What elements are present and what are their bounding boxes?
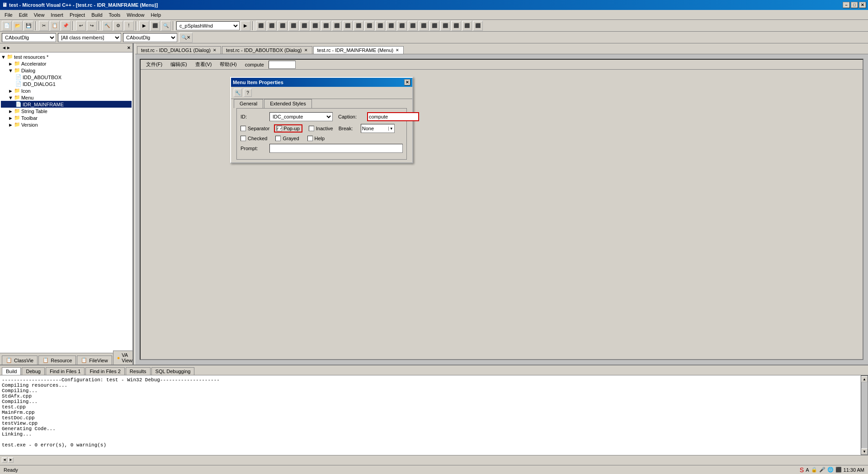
undo-btn[interactable]: ↩ — [76, 21, 86, 31]
panel-close-btn[interactable]: ✕ — [127, 46, 131, 50]
scroll-up-btn[interactable]: ▲ — [861, 376, 868, 382]
tb20[interactable]: ⬛ — [364, 21, 374, 31]
grayed-checkbox[interactable] — [275, 136, 281, 141]
tb23[interactable]: ⬛ — [397, 21, 407, 31]
tab-aboutbox[interactable]: test.rc - IDD_ABOUTBOX (Dialog) ✕ — [222, 46, 312, 54]
menu-tools[interactable]: Tools — [106, 11, 123, 19]
popup-label[interactable]: Pop-up — [283, 126, 299, 131]
output-scrollbar[interactable]: ▲ ▼ — [861, 375, 868, 455]
scroll-down-btn[interactable]: ▼ — [861, 448, 868, 455]
maximize-button[interactable]: □ — [851, 2, 858, 8]
cut-btn[interactable]: ✂ — [39, 21, 49, 31]
paste-btn[interactable]: 📌 — [61, 21, 71, 31]
tab-vaview[interactable]: ● VA View — [113, 351, 133, 365]
tb26[interactable]: ⬛ — [429, 21, 439, 31]
menu-edit[interactable]: Edit — [16, 11, 30, 19]
tree-accelerator[interactable]: ► 📁 Accelerator — [1, 60, 132, 67]
class-bar-btn[interactable]: 🔍✕ — [179, 33, 193, 43]
tab-close-0[interactable]: ✕ — [212, 48, 217, 52]
tree-idd-dialog1[interactable]: 📄 IDD_DIALOG1 — [1, 81, 132, 87]
tb9[interactable]: ▶ — [241, 21, 250, 31]
preview-menu-file[interactable]: 文件(F) — [142, 60, 166, 69]
inactive-checkbox[interactable] — [309, 126, 314, 131]
caption-input[interactable] — [367, 112, 419, 121]
tb30[interactable]: ⬛ — [473, 21, 483, 31]
tab-classview[interactable]: 📋 ClassVie — [2, 356, 38, 365]
tb4[interactable]: ⚙ — [113, 21, 123, 31]
tb10[interactable]: ⬛ — [256, 21, 266, 31]
output-next-btn[interactable]: ► — [8, 457, 14, 463]
output-tab-sql[interactable]: SQL Debugging — [151, 367, 195, 375]
tab-close-2[interactable]: ✕ — [395, 48, 400, 52]
new-btn[interactable]: 📄 — [2, 21, 12, 31]
popup-checkbox[interactable]: ✓ — [277, 126, 282, 131]
tb29[interactable]: ⬛ — [462, 21, 472, 31]
member-selector[interactable]: CAboutDlg — [123, 33, 177, 42]
tb17[interactable]: ⬛ — [332, 21, 342, 31]
menu-project[interactable]: Project — [67, 11, 88, 19]
inactive-label[interactable]: Inactive — [316, 126, 333, 131]
separator-checkbox[interactable] — [241, 126, 246, 131]
tab-fileview[interactable]: 📋 FileView — [77, 356, 112, 365]
dialog-tb-help[interactable]: ? — [244, 89, 252, 97]
output-tab-results[interactable]: Results — [126, 367, 151, 375]
class-combo[interactable]: c_pSplashWnd — [176, 21, 240, 30]
preview-menu-edit[interactable]: 编辑(E) — [167, 60, 191, 69]
output-tab-debug[interactable]: Debug — [22, 367, 44, 375]
tb18[interactable]: ⬛ — [343, 21, 353, 31]
output-tab-findfiles1[interactable]: Find in Files 1 — [46, 367, 85, 375]
separator-label[interactable]: Separator — [248, 126, 269, 131]
tb25[interactable]: ⬛ — [419, 21, 429, 31]
tab-dialog1[interactable]: test.rc - IDD_DIALOG1 (Dialog) ✕ — [137, 46, 221, 54]
id-combo[interactable]: IDC_compute — [269, 112, 333, 121]
tb14[interactable]: ⬛ — [299, 21, 309, 31]
tree-string-table[interactable]: ► 📁 String Table — [1, 108, 132, 114]
copy-btn[interactable]: 📋 — [50, 21, 60, 31]
dialog-close-button[interactable]: ✕ — [404, 79, 410, 85]
tb8[interactable]: 🔍 — [161, 21, 171, 31]
class-selector[interactable]: CAboutDlg — [2, 33, 56, 42]
prompt-input[interactable] — [269, 144, 403, 153]
tb5[interactable]: ! — [124, 21, 134, 31]
tb24[interactable]: ⬛ — [408, 21, 418, 31]
checked-checkbox[interactable] — [241, 136, 246, 141]
preview-menu-compute[interactable]: compute — [241, 61, 268, 68]
output-tab-findfiles2[interactable]: Find in Files 2 — [85, 367, 124, 375]
menu-insert[interactable]: Insert — [48, 11, 66, 19]
tb21[interactable]: ⬛ — [375, 21, 385, 31]
menu-build[interactable]: Build — [89, 11, 105, 19]
break-dropdown-arrow[interactable]: ▼ — [388, 127, 394, 131]
tree-version[interactable]: ► 📁 Version — [1, 121, 132, 128]
tb15[interactable]: ⬛ — [310, 21, 320, 31]
tb28[interactable]: ⬛ — [451, 21, 461, 31]
tree-dialog[interactable]: ▼ 📁 Dialog — [1, 67, 132, 74]
grayed-label[interactable]: Grayed — [283, 136, 299, 141]
tb3[interactable]: 🔨 — [102, 21, 112, 31]
open-btn[interactable]: 📂 — [13, 21, 23, 31]
tb11[interactable]: ⬛ — [267, 21, 277, 31]
tb7[interactable]: ⬛ — [150, 21, 160, 31]
tab-extended-styles[interactable]: Extended Styles — [264, 99, 312, 108]
tree-idd-aboutbox[interactable]: 📄 IDD_ABOUTBOX — [1, 74, 132, 81]
tree-toolbar[interactable]: ► 📁 Toolbar — [1, 114, 132, 121]
tree-root[interactable]: ▼ 📁 test resources * — [1, 53, 132, 60]
output-tab-build[interactable]: Build — [2, 367, 21, 375]
minimize-button[interactable]: – — [843, 2, 850, 8]
close-button[interactable]: ✕ — [859, 2, 866, 8]
preview-menu-input[interactable] — [269, 61, 296, 69]
tree-menu[interactable]: ▼ 📁 Menu — [1, 94, 132, 101]
tree-icon[interactable]: ► 📁 Icon — [1, 87, 132, 94]
tb13[interactable]: ⬛ — [288, 21, 298, 31]
preview-menu-help[interactable]: 帮助(H) — [216, 60, 240, 69]
preview-menu-view[interactable]: 查看(V) — [192, 60, 216, 69]
tab-mainframe[interactable]: test.rc - IDR_MAINFRAME (Menu) ✕ — [313, 46, 404, 54]
checked-label[interactable]: Checked — [248, 136, 267, 141]
tb16[interactable]: ⬛ — [321, 21, 331, 31]
redo-btn[interactable]: ↪ — [87, 21, 97, 31]
output-prev-btn[interactable]: ◄ — [2, 457, 7, 463]
tb6[interactable]: ▶ — [139, 21, 149, 31]
filter-selector[interactable]: [All class members] — [58, 33, 121, 42]
menu-file[interactable]: File — [2, 11, 15, 19]
menu-help[interactable]: Help — [148, 11, 164, 19]
tb19[interactable]: ⬛ — [354, 21, 363, 31]
